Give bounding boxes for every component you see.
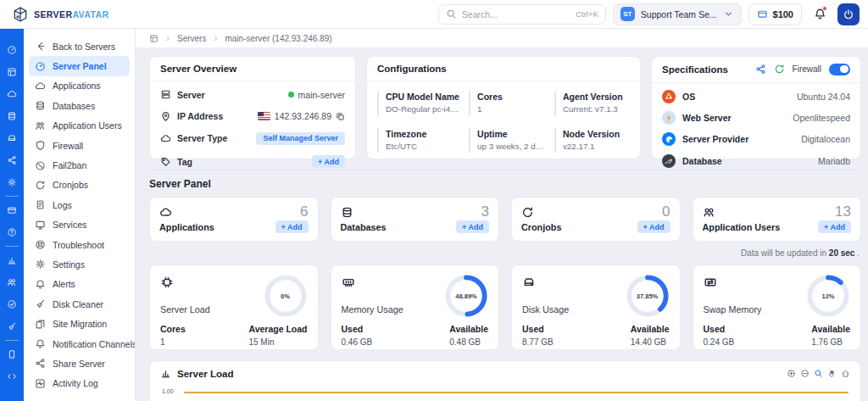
overview-row-tag: Tag + Add [150,150,355,173]
sidebar-item-share-server[interactable]: Share Server [29,354,130,373]
sidebar-item-alerts[interactable]: Alerts [29,275,130,294]
broom-icon [35,298,46,309]
breadcrumb-servers[interactable]: Servers [177,34,206,43]
rail-item-team[interactable] [0,271,24,293]
sidebar: Back to Servers Server Panel Application… [24,29,136,401]
cloud-icon [160,133,171,144]
refresh-icon[interactable] [774,64,785,75]
copy-icon[interactable] [336,112,345,121]
reset-home-icon[interactable] [841,369,850,378]
power-button[interactable] [837,3,860,25]
sidebar-item-server-panel[interactable]: Server Panel [29,56,130,75]
sidebar-item-application-users[interactable]: Application Users [29,116,130,136]
sidebar-item-troubleshoot[interactable]: Troubleshoot [29,235,130,254]
sidebar-item-settings[interactable]: Settings [29,254,130,274]
users-icon [35,120,46,131]
monitor-icon [35,220,46,231]
disk-usage-donut: 37.85% [626,274,670,318]
firewall-toggle[interactable] [829,64,850,75]
check-circle-icon [7,299,17,309]
configurations-card: Configurations CPU Model NameDO-Regular … [366,56,641,159]
swap-icon [704,276,717,289]
sidebar-item-fail2ban[interactable]: Fail2ban [29,155,130,175]
share-icon [35,358,46,369]
config-uptime: Uptimeup 3 weeks, 2 days, 8 hours, ... [469,128,546,153]
add-tag-button[interactable]: + Add [312,155,345,168]
zoom-in-icon[interactable] [787,369,796,378]
server-panel-heading: Server Panel [149,178,861,190]
rail-item-billing[interactable] [0,199,24,221]
config-cores: Cores1 [469,91,546,115]
notification-dot [822,6,827,11]
sidebar-item-services[interactable]: Services [29,215,130,235]
selection-zoom-icon[interactable] [814,369,823,378]
sidebar-item-applications[interactable]: Applications [29,76,130,96]
credits-button[interactable]: $100 [748,3,802,25]
pan-hand-icon[interactable] [827,369,837,378]
sidebar-item-cronjobs[interactable]: Cronjobs [29,175,130,195]
stat-card-databases: 3 Databases+ Add [331,197,500,242]
account-name: Support Team Se... [641,9,717,19]
rail-item-cloud[interactable] [0,83,24,105]
rail-item-analytics[interactable] [0,249,24,271]
rail-item-dashboard[interactable] [0,39,24,61]
account-switcher[interactable]: ST Support Team Se... [613,3,742,25]
spec-row-os: OS Ubuntu 24.04 [652,86,860,108]
status-dot [288,92,294,97]
configurations-title: Configurations [367,57,640,81]
share-icon[interactable] [755,64,766,75]
sidebar-item-back-to-servers[interactable]: Back to Servers [29,36,130,56]
add-application-user-button[interactable]: + Add [818,220,851,233]
database-icon [35,100,46,111]
gauge-card-swap-memory: Swap Memory 12% Used0.24 GB Available1.7… [693,265,862,350]
spec-row-web-server: Web Server Openlitespeed [652,108,860,129]
rail-item-status[interactable] [0,293,24,315]
gauge-card-memory-usage: Memory Usage 48.89% Used0.46 GB Availabl… [331,265,500,350]
zoom-out-icon[interactable] [800,369,810,378]
rail-item-cleaner[interactable] [0,315,24,337]
refresh-icon [521,206,534,219]
chart-plot-area[interactable]: 1.00 [162,384,850,401]
database-icon [341,206,353,219]
add-database-button[interactable]: + Add [456,220,489,233]
rail-item-settings[interactable] [0,171,24,193]
billing-card-icon [7,205,17,215]
brand-name: SERVERAVATAR [34,9,108,19]
specifications-body: OS Ubuntu 24.04 Web Server Openlitespeed… [652,83,860,175]
gauge-card-disk-usage: Disk Usage 37.85% Used8.77 GB Available1… [511,265,681,350]
ban-icon [35,160,46,171]
avatar: ST [620,7,635,21]
sidebar-item-disk-cleaner[interactable]: Disk Cleaner [29,294,130,314]
rail-item-help[interactable] [0,221,24,243]
notifications-button[interactable] [809,3,831,25]
sidebar-item-firewall[interactable]: Firewall [29,136,130,155]
rail-item-devices[interactable] [0,343,24,365]
broom-icon [7,321,17,331]
rail-item-code[interactable] [0,365,24,387]
rail-item-panels[interactable] [0,61,24,83]
cloud-icon [35,81,46,92]
brand-logo[interactable]: SERVERAVATAR [8,6,136,23]
config-node-version: Node Versionv22.17.1 [554,128,630,153]
breadcrumb-current-server[interactable]: main-server (142.93.246.89) [225,34,331,43]
server-load-donut: 0% [264,274,308,318]
rail-item-storage[interactable] [0,127,24,149]
global-search[interactable]: Ctrl+K [438,4,606,25]
chevron-down-icon [723,8,734,19]
rail-item-network[interactable] [0,149,24,171]
server-overview-title: Server Overview [150,57,355,81]
sidebar-item-databases[interactable]: Databases [29,96,130,115]
sidebar-item-notification-channels[interactable]: Notification Channels [29,334,130,354]
rail-item-database[interactable] [0,105,24,127]
stat-card-application-users: 13 Application Users+ Add [693,197,862,242]
sidebar-item-activity-log[interactable]: Activity Log [29,374,130,393]
arrow-left-icon [35,41,46,52]
sidebar-item-site-migration[interactable]: Site Migration [29,314,130,333]
global-search-input[interactable] [462,9,570,19]
add-application-button[interactable]: + Add [275,220,309,233]
credits-amount: $100 [773,9,793,19]
server-overview-card: Server Overview Server main-server IP Ad… [149,56,356,159]
sidebar-item-logs[interactable]: Logs [29,195,130,214]
digitalocean-logo [662,132,676,146]
add-cronjob-button[interactable]: + Add [637,220,670,233]
